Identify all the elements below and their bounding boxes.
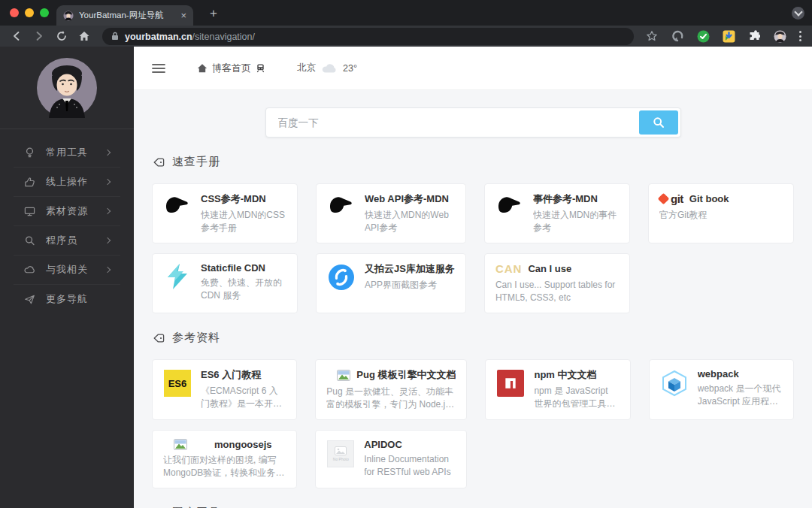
card-title: mongoosejs: [214, 439, 272, 450]
url-text: yourbatman.cn/sitenavigation/: [125, 29, 255, 43]
main: 博客首页 北京 23° 速查手册: [134, 47, 812, 508]
search-button[interactable]: [639, 110, 678, 135]
card-desc: APP界面截图参考: [365, 279, 455, 292]
card-desc: 快速进入MDN的事件参考: [533, 209, 619, 234]
green-check-extension-icon[interactable]: [694, 27, 712, 45]
paper-plane-icon: [24, 293, 35, 305]
undo-arrow-extension-icon[interactable]: [668, 27, 686, 45]
sidebar-item-label: 素材资源: [46, 204, 95, 218]
sidebar-item-label: 与我相关: [46, 263, 95, 277]
sidebar-item-programmer[interactable]: 程序员: [14, 225, 120, 255]
card-desc: Inline Documentation for RESTful web API…: [364, 453, 456, 479]
new-tab-button[interactable]: +: [210, 6, 217, 21]
sidebar-item-label: 更多导航: [46, 292, 117, 306]
home-icon[interactable]: [75, 27, 93, 45]
browser-menu-icon[interactable]: [796, 31, 804, 41]
sidebar-item-material-resources[interactable]: 素材资源: [14, 196, 120, 225]
tag-icon: [152, 156, 165, 168]
sidebar-item-label: 程序员: [46, 234, 95, 247]
card-webapi-mdn[interactable]: Web API参考-MDN 快速进入MDN的Web API参考: [316, 183, 466, 243]
blog-home-link[interactable]: 博客首页: [197, 62, 265, 75]
webpack-icon: [660, 368, 689, 408]
download-extension-icon[interactable]: [720, 27, 738, 45]
section-title: 参考资料: [172, 331, 220, 345]
browser-tab-strip: YourBatman-网址导航 × +: [0, 0, 812, 26]
card-grid: CSS参考-MDN 快速进入MDN的CSS参考手册 Web API参考-MDN: [152, 183, 794, 313]
chevron-right-icon: [105, 150, 111, 156]
toolbar-extensions: [643, 27, 804, 45]
bookmark-star-icon[interactable]: [643, 27, 661, 45]
tag-icon: [152, 332, 165, 344]
window-close-button[interactable]: [10, 8, 19, 17]
mdn-dino-icon: [495, 192, 524, 234]
weather-city: 北京: [297, 62, 316, 74]
card-pug-docs[interactable]: Pug 模板引擎中文文档 Pug 是一款健壮、灵活、功能丰富的模板引擎，专门为 …: [315, 359, 467, 420]
search-icon: [653, 116, 665, 129]
cloud-icon: [24, 264, 35, 276]
card-title: Git book: [689, 193, 729, 204]
url-path: /sitenavigation/: [192, 32, 255, 42]
card-title: ES6 入门教程: [201, 368, 286, 382]
card-webpack[interactable]: webpack webpack 是一个现代 JavaScript 应用程序的静态…: [649, 359, 794, 420]
back-icon[interactable]: [8, 27, 26, 45]
es6-icon: ES6: [163, 368, 192, 410]
tab-title: YourBatman-网址导航: [79, 10, 175, 21]
lock-icon: [111, 32, 119, 41]
magnifier-icon: [24, 234, 35, 246]
sidebar: 常用工具 线上操作 素材资源 程序员 与我相关: [0, 47, 134, 508]
sidebar-item-label: 常用工具: [46, 146, 95, 159]
chevron-right-icon: [105, 237, 111, 243]
card-es6-tutorial[interactable]: ES6 ES6 入门教程 《ECMAScript 6 入门教程》是一本开源的 J…: [152, 359, 297, 420]
card-css-mdn[interactable]: CSS参考-MDN 快速进入MDN的CSS参考手册: [152, 183, 298, 243]
hamburger-menu-icon[interactable]: [152, 63, 165, 74]
sidebar-item-about-me[interactable]: 与我相关: [14, 255, 120, 284]
main-header: 博客首页 北京 23°: [134, 47, 812, 90]
avatar: [37, 58, 97, 118]
url-bar[interactable]: yourbatman.cn/sitenavigation/: [102, 28, 634, 45]
sidebar-item-label: 线上操作: [46, 175, 95, 189]
monitor-icon: [24, 205, 35, 217]
tab-search-chevron-icon[interactable]: [792, 7, 804, 20]
sidebar-item-more-nav[interactable]: 更多导航: [14, 284, 120, 313]
avatar-wrap: [0, 47, 134, 129]
card-can-i-use[interactable]: CAN Can I use Can I use... Support table…: [484, 253, 630, 313]
card-desc: 快速进入MDN的CSS参考手册: [201, 209, 286, 234]
search-input[interactable]: [266, 108, 637, 137]
window-fullscreen-button[interactable]: [40, 8, 49, 17]
profile-avatar[interactable]: [771, 27, 789, 45]
card-grid: ES6 ES6 入门教程 《ECMAScript 6 入门教程》是一本开源的 J…: [152, 359, 794, 488]
card-desc: 《ECMAScript 6 入门教程》是一本开源的 JavaScript 语..…: [201, 385, 286, 410]
card-desc: Pug 是一款健壮、灵活、功能丰富的模板引擎，专门为 Node.js 平台开发。…: [326, 386, 456, 411]
browser-tab[interactable]: YourBatman-网址导航 ×: [56, 5, 193, 26]
forward-icon[interactable]: [30, 27, 48, 45]
card-desc: npm 是 JavaScript 世界的包管理工具，并且是 Node.js ..…: [534, 385, 619, 410]
card-staticfile-cdn[interactable]: Staticfile CDN 免费、快速、开放的 CDN 服务: [152, 253, 298, 313]
thumbs-up-icon: [24, 176, 35, 188]
weather-temperature: 23°: [343, 63, 357, 74]
npm-icon: [496, 368, 525, 410]
caniuse-logo-icon: CAN: [495, 262, 523, 275]
page: 常用工具 线上操作 素材资源 程序员 与我相关: [0, 47, 812, 508]
blog-home-label: 博客首页: [212, 62, 251, 75]
card-npm-docs[interactable]: npm 中文文档 npm 是 JavaScript 世界的包管理工具，并且是 N…: [485, 359, 630, 420]
card-title: Can I use: [528, 263, 571, 274]
git-logo-icon: git: [659, 192, 683, 205]
section-title: 速查手册: [172, 155, 220, 169]
sidebar-item-online-ops[interactable]: 线上操作: [14, 167, 120, 196]
card-desc: 官方Git教程: [659, 209, 783, 222]
card-upyun-js[interactable]: 又拍云JS库加速服务 APP界面截图参考: [316, 253, 466, 313]
sidebar-item-common-tools[interactable]: 常用工具: [14, 138, 120, 167]
weather-widget: 北京 23°: [297, 62, 357, 74]
reload-icon[interactable]: [53, 27, 71, 45]
window-minimize-button[interactable]: [25, 8, 34, 17]
chevron-right-icon: [105, 267, 111, 273]
section-header: 速查手册: [152, 155, 794, 169]
card-git-book[interactable]: git Git book 官方Git教程: [648, 183, 794, 243]
extensions-puzzle-icon[interactable]: [745, 27, 763, 45]
card-apidoc[interactable]: No Photo APIDOC Inline Documentation for…: [315, 430, 467, 488]
card-mongoosejs[interactable]: mongoosejs 让我们面对这样的困境, 编写MongoDB验证，转换和业务…: [152, 430, 297, 488]
card-events-mdn[interactable]: 事件参考-MDN 快速进入MDN的事件参考: [484, 183, 630, 243]
card-title: webpack: [698, 368, 783, 379]
card-title: CSS参考-MDN: [201, 192, 286, 206]
tab-close-icon[interactable]: ×: [180, 11, 186, 20]
